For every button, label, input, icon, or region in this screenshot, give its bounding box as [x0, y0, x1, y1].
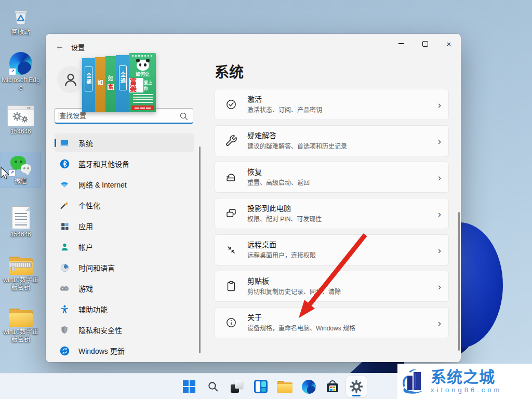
cast-screens-icon [224, 207, 238, 220]
wechat-eye [27, 167, 29, 169]
card-subtitle: 重置、高级启动、返回 [247, 178, 310, 187]
card-text: 关于 设备规格，重命名电脑、Windows 规格 [247, 313, 355, 332]
taskbar-file-explorer-button[interactable] [274, 376, 295, 397]
desktop-icon-win10-key-folder[interactable]: win10数字正版密钥 [1, 309, 41, 344]
sidebar-item-bluetooth[interactable]: 蓝牙和其他设备 [55, 154, 194, 173]
maximize-icon [422, 41, 428, 47]
desktop-icon-label: Microsoft Edge [1, 76, 41, 92]
chevron-right-icon: › [438, 318, 441, 328]
avatar[interactable] [57, 66, 84, 93]
zip-folder-icon [9, 257, 33, 275]
back-button[interactable]: ← [53, 40, 66, 52]
sync-arrows-icon [59, 345, 70, 356]
folder-icon [9, 309, 33, 327]
sidebar-item-label: 时间和语言 [78, 262, 115, 273]
sidebar-item-label: 应用 [78, 221, 93, 231]
sidebar-item-label: 蓝牙和其他设备 [78, 158, 129, 169]
minimize-button[interactable] [389, 34, 413, 54]
taskbar-edge-button[interactable] [298, 376, 319, 397]
sidebar-item-personalization[interactable]: 个性化 [55, 196, 194, 215]
sidebar-item-time-language[interactable]: 时间和语言 [55, 258, 194, 277]
book-spine: 如富 [105, 56, 116, 112]
book-spine: 全通 [116, 55, 129, 112]
card-text: 投影到此电脑 权限、配对 PIN、可发现性 [247, 204, 322, 223]
search-icon[interactable] [179, 111, 189, 122]
settings-card-troubleshoot[interactable]: 疑难解答 建议的疑难解答、首选项和历史记录 › [215, 125, 449, 156]
desktop-icon-recycle-bin[interactable]: 回收站 [1, 6, 41, 36]
desktop-icon-label: win10数字正版密钥 [1, 276, 41, 292]
close-button[interactable]: × [437, 34, 461, 54]
desktop-icon-win10-key-zip[interactable]: win10数字正版密钥 [1, 257, 41, 292]
edge-icon: ↗ [9, 52, 32, 75]
sidebar-item-accounts[interactable]: 帐户 [55, 237, 194, 256]
chevron-right-icon: › [438, 209, 441, 219]
search-icon [207, 380, 219, 393]
desktop-icon-label: win10数字正版密钥 [1, 328, 41, 344]
taskbar-start-button[interactable] [179, 376, 200, 397]
sidebar-item-accessibility[interactable]: 辅助功能 [55, 300, 194, 318]
sidebar-item-label: 帐户 [78, 242, 93, 252]
sidebar-item-label: 网络 & Internet [78, 179, 127, 190]
watermark-text: 系统之城 xitong86.com [431, 369, 502, 394]
wechat-bubble-small [21, 164, 31, 173]
caption-buttons: × [389, 34, 461, 54]
sidebar-nav: 系统 蓝牙和其他设备 网络 & Internet 个性化 [55, 134, 194, 362]
book-title-line: 富婆 爱上你 [129, 78, 156, 93]
sidebar-item-gaming[interactable]: 游戏 [55, 279, 194, 298]
taskbar-settings-button[interactable] [346, 376, 367, 397]
settings-window: ← 设置 × 全通 如 如富 全通 如何让 [46, 34, 461, 362]
book-spine-text: 全通 [119, 65, 127, 90]
selected-indicator [55, 139, 56, 147]
taskbar-store-button[interactable] [322, 376, 343, 397]
card-subtitle: 剪切和复制历史记录、同步、清除 [247, 287, 341, 296]
sidebar-item-windows-update[interactable]: Windows 更新 [55, 341, 194, 360]
chevron-right-icon: › [438, 245, 441, 255]
desktop-icon-edge[interactable]: ↗ Microsoft Edge [1, 52, 41, 92]
sidebar-item-network[interactable]: 网络 & Internet [55, 175, 194, 194]
chevron-right-icon: › [438, 136, 441, 146]
content-scrollbar[interactable] [458, 212, 460, 351]
sidebar-scrollbar[interactable] [199, 147, 201, 353]
book-spine-text: 全通 [85, 66, 92, 91]
cover-decoration [132, 55, 154, 57]
taskbar-icons [179, 376, 367, 397]
sidebar-item-label: 隐私和安全性 [78, 325, 122, 335]
card-text: 激活 激活状态、订阅、产品密钥 [247, 95, 322, 114]
sidebar-item-system[interactable]: 系统 [55, 134, 194, 152]
recycle-bin-icon [10, 6, 31, 27]
chevron-right-icon: › [438, 172, 441, 182]
maximize-button[interactable] [413, 34, 437, 54]
taskbar-task-view-button[interactable] [227, 376, 247, 397]
settings-card-projection[interactable]: 投影到此电脑 权限、配对 PIN、可发现性 › [215, 198, 449, 229]
cover-decoration [131, 105, 154, 110]
accessibility-person-icon [59, 304, 70, 314]
sidebar-item-apps[interactable]: 应用 [55, 217, 194, 235]
sidebar-item-label: 辅助功能 [78, 304, 108, 314]
desktop-icon-wechat[interactable]: ↗ 微信 [1, 154, 41, 185]
person-icon [59, 242, 70, 252]
back-icon: ← [56, 42, 64, 51]
card-subtitle: 设备规格，重命名电脑、Windows 规格 [247, 323, 355, 332]
book-spine-text: 富 [108, 84, 114, 90]
book-front-cover: 如何让 富婆 爱上你 [129, 53, 156, 112]
taskbar-widgets-button[interactable] [250, 376, 271, 397]
installer-titlebar [8, 106, 34, 110]
book-spine: 全通 [82, 58, 95, 112]
settings-card-recovery[interactable]: 恢复 重置、高级启动、返回 › [215, 162, 449, 193]
settings-card-clipboard[interactable]: 剪贴板 剪切和复制历史记录、同步、清除 › [215, 271, 449, 302]
settings-card-about[interactable]: 关于 设备规格，重命名电脑、Windows 规格 › [215, 307, 449, 338]
apps-grid-icon [59, 221, 70, 231]
taskbar-search-button[interactable] [203, 376, 223, 397]
installer-window-icon [7, 105, 34, 126]
settings-card-remote-desktop[interactable]: 远程桌面 远程桌面用户，连接权限 › [215, 234, 449, 265]
desktop-icon-label: 回收站 [11, 29, 30, 36]
settings-card-activation[interactable]: 激活 激活状态、订阅、产品密钥 › [215, 89, 449, 120]
remote-arrows-icon [224, 243, 238, 257]
sidebar-item-privacy[interactable]: 隐私和安全性 [55, 321, 194, 339]
card-title: 剪贴板 [247, 277, 341, 286]
wechat-eye [15, 161, 17, 163]
text-lines [15, 211, 27, 225]
wechat-icon: ↗ [9, 154, 33, 176]
desktop-icon-154646-app[interactable]: 154646 [1, 105, 41, 136]
desktop-icon-154646-file[interactable]: 154646 [1, 206, 41, 238]
